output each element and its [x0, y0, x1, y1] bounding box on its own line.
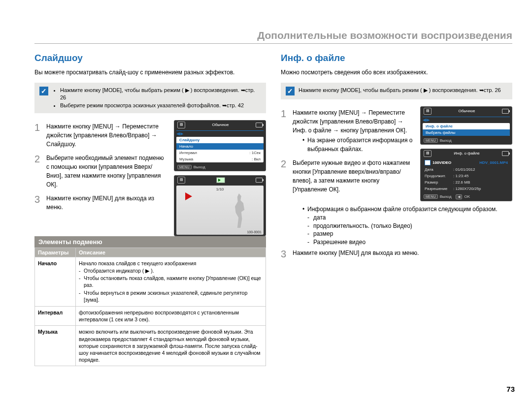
submenu-table: Параметры Описание Начало Начало показа …: [34, 248, 266, 366]
card-icon: ▧: [177, 122, 185, 128]
play-icon: [185, 192, 192, 200]
note-box-right: ✓ Нажмите кнопку [MODE], чтобы выбрать р…: [281, 83, 512, 99]
screen-fileinfo-detail: ▧ Инф. о файле 100VIDEO HDV_0001.MP4 Дат…: [420, 149, 512, 201]
silhouette-figure: [229, 193, 249, 228]
note-box-left: ✓ Нажмите кнопку [MODE], чтобы выбрать р…: [34, 83, 266, 113]
battery-icon: [502, 151, 509, 156]
step2: Выберите необходимый элемент подменю с п…: [46, 152, 168, 189]
battery-icon: [256, 178, 263, 183]
chapter-title: Дополнительные возможности воспроизведен…: [34, 30, 512, 44]
screen-slideshow-menu: ▧ Обычное ◀▮▶ Слайдшоу Начало И: [174, 120, 266, 171]
step3: Нажмите кнопку [MENU] для выхода из меню…: [46, 192, 168, 212]
card-icon: ▧: [177, 177, 185, 184]
section-title-fileinfo: Инф. о файле: [281, 53, 512, 63]
card-icon: ▧: [424, 108, 432, 115]
submenu-heading: Элементы подменю: [34, 236, 266, 248]
page-number: 73: [506, 385, 515, 393]
slide-icon: [216, 177, 225, 183]
section-title-slideshow: Слайдшоу: [34, 53, 266, 63]
step-r1: Нажмите кнопку [MENU] → Переместите джой…: [293, 106, 414, 154]
battery-icon: [256, 123, 263, 127]
fileinfo-intro: Можно посмотреть сведения обо всех изобр…: [281, 68, 512, 77]
step-r2: Выберите нужные видео и фото нажатием кн…: [293, 156, 414, 194]
check-icon: ✓: [39, 87, 48, 95]
folder-icon: [425, 160, 431, 165]
check-icon: ✓: [286, 87, 295, 95]
step1: Нажмите кнопку [MENU] → Переместите джой…: [46, 120, 168, 149]
slideshow-intro: Вы можете просматривать слайд-шоу с прим…: [34, 68, 266, 77]
screen-fileinfo-menu: ▧ Обычное ◀▮▶ Инф. о файле Выбрать файлы: [420, 106, 512, 145]
step-r3: Нажмите кнопку [MENU] для выхода из меню…: [293, 247, 512, 257]
card-icon: ▧: [424, 150, 432, 157]
battery-icon: [502, 109, 509, 114]
step-r2-sub: Информация о выбранном файле отобразится…: [302, 205, 512, 247]
screen-slideshow-play: ▧ 1/10 100-0001: [174, 175, 266, 236]
